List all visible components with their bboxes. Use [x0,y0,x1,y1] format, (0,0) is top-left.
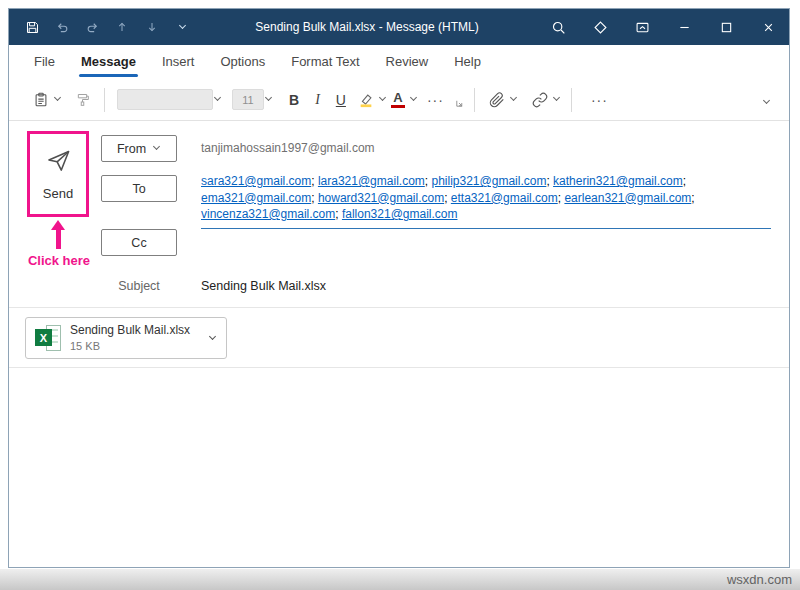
underline-button[interactable]: U [336,92,346,108]
compose-area: Send Click here From tanjimahossain1997@… [9,121,789,567]
undo-icon[interactable] [47,9,77,45]
recipient-link[interactable]: howard321@gmail.com [318,191,444,205]
recipient-link[interactable]: lara321@gmail.com [318,174,425,188]
paste-icon[interactable] [29,86,53,114]
ribbon-divider [474,88,475,112]
qat-customize-icon[interactable] [167,9,197,45]
attachment-info: Sending Bulk Mail.xlsx 15 KB [70,323,199,353]
attachment-dropdown-icon[interactable] [209,332,216,339]
font-dialog-launcher-icon[interactable] [455,99,464,108]
watermark: wsxdn.com [727,572,792,587]
tab-message[interactable]: Message [68,45,149,79]
previous-item-icon[interactable] [107,9,137,45]
save-icon[interactable] [17,9,47,45]
from-dropdown-icon [153,143,160,150]
close-button[interactable] [747,9,789,45]
text-highlight-icon[interactable] [354,86,378,114]
format-painter-icon[interactable] [70,86,94,114]
send-button[interactable]: Send [30,134,86,214]
recipient-link[interactable]: fallon321@gmail.com [342,207,458,221]
bold-button[interactable]: B [289,92,299,108]
tab-help[interactable]: Help [441,45,494,79]
attachment-filename: Sending Bulk Mail.xlsx [70,323,199,339]
ribbon-divider [104,88,105,112]
divider [9,367,789,368]
from-button[interactable]: From [101,135,177,162]
send-highlight-box: Send [27,131,89,217]
paste-dropdown-icon[interactable] [54,94,61,101]
include-group [485,86,561,114]
recipient-link[interactable]: philip321@gmail.com [431,174,546,188]
subject-label: Subject [101,279,177,293]
recipient-link[interactable]: ema321@gmail.com [201,191,311,205]
footer: wsxdn.com [0,569,800,590]
quick-access-toolbar [17,9,197,45]
recipient-link[interactable]: sara321@gmail.com [201,174,311,188]
send-plane-icon [45,147,72,177]
font-size-value: 11 [242,94,253,106]
ribbon-divider [571,88,572,112]
window-title: Sending Bulk Mail.xlsx - Message (HTML) [197,20,537,34]
excel-file-icon: X [35,323,61,353]
font-color-dropdown-icon[interactable] [410,94,417,101]
titlebar-actions [537,9,789,45]
cc-label: Cc [131,236,146,250]
annotation-label: Click here [13,253,105,268]
coming-soon-diamond-icon[interactable] [579,9,621,45]
italic-button[interactable]: I [315,92,320,108]
outlook-message-window: Sending Bulk Mail.xlsx - Message (HTML) [8,8,790,568]
font-group: 11 B I U A ··· [115,86,464,114]
tab-insert[interactable]: Insert [149,45,208,79]
next-item-icon[interactable] [137,9,167,45]
link-dropdown-icon[interactable] [553,94,560,101]
from-label: From [117,142,146,156]
recipient-link[interactable]: vincenza321@gmail.com [201,207,335,221]
to-button[interactable]: To [101,175,177,202]
tab-review[interactable]: Review [373,45,442,79]
font-name-select[interactable] [117,89,213,110]
to-label: To [132,182,145,196]
minimize-button[interactable] [663,9,705,45]
recipient-link[interactable]: katherin321@gmail.com [553,174,683,188]
attach-dropdown-icon[interactable] [510,94,517,101]
screenshot: Sending Bulk Mail.xlsx - Message (HTML) [0,0,800,590]
font-size-select[interactable]: 11 [232,89,264,110]
font-color-bar [391,105,405,108]
font-color-letter: A [393,92,402,104]
tab-file[interactable]: File [21,45,68,79]
ribbon-display-options-icon[interactable] [621,9,663,45]
to-recipients[interactable]: sara321@gmail.com; lara321@gmail.com; ph… [201,173,771,229]
annotation-arrow [51,220,65,249]
font-size-dropdown-icon[interactable] [265,94,272,101]
search-icon[interactable] [537,9,579,45]
collapse-ribbon-icon[interactable] [756,85,777,115]
attach-file-icon[interactable] [485,86,509,114]
ribbon: 11 B I U A ··· [9,79,789,121]
from-value: tanjimahossain1997@gmail.com [201,141,375,155]
message-body[interactable] [9,371,789,567]
subject-input[interactable]: Sending Bulk Mail.xlsx [201,279,326,293]
send-label: Send [43,186,73,201]
cc-button[interactable]: Cc [101,229,177,256]
recipient-link[interactable]: earlean321@gmail.com [564,191,691,205]
divider [9,307,789,308]
ribbon-overflow-button[interactable]: ··· [591,92,608,108]
titlebar: Sending Bulk Mail.xlsx - Message (HTML) [9,9,789,45]
link-icon[interactable] [528,86,552,114]
tab-options[interactable]: Options [207,45,278,79]
maximize-button[interactable] [705,9,747,45]
font-color-button[interactable]: A [391,92,405,108]
tab-format-text[interactable]: Format Text [278,45,372,79]
clipboard-group [29,86,94,114]
attachment-chip[interactable]: X Sending Bulk Mail.xlsx 15 KB [25,317,227,359]
redo-icon[interactable] [77,9,107,45]
attachment-size: 15 KB [70,339,199,353]
highlight-dropdown-icon[interactable] [379,94,386,101]
font-name-dropdown-icon[interactable] [214,94,221,101]
recipient-link[interactable]: etta321@gmail.com [451,191,558,205]
font-more-button[interactable]: ··· [427,92,444,108]
menubar: File Message Insert Options Format Text … [9,45,789,79]
